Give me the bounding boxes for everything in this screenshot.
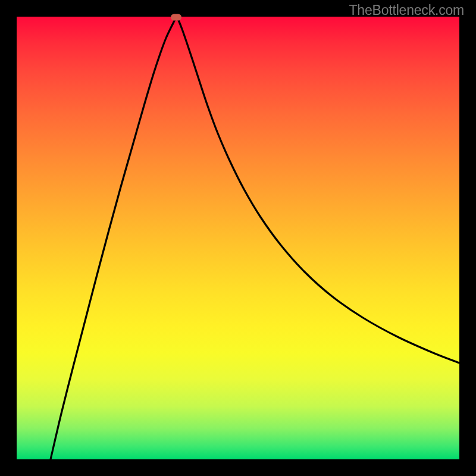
minimum-marker (171, 14, 181, 21)
curve-right-branch (177, 17, 459, 363)
chart-frame: TheBottleneck.com (0, 0, 476, 476)
curve-left-branch (51, 17, 177, 459)
plot-area (17, 17, 459, 459)
watermark-text: TheBottleneck.com (349, 2, 464, 18)
bottleneck-curve (17, 17, 459, 459)
